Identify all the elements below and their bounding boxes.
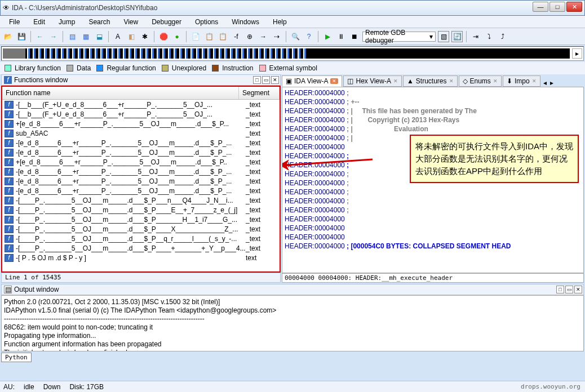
nav-overview[interactable]: ▸ — [1, 46, 584, 61]
table-header[interactable]: Function name Segment — [2, 87, 280, 100]
tab-impo[interactable]: ⬇Impo✕ — [503, 75, 540, 87]
circle-icon[interactable]: ● — [171, 31, 183, 42]
tool-icon[interactable]: 🔄 — [451, 31, 463, 42]
text-icon[interactable]: 📄 — [190, 31, 201, 42]
function-segment: _text — [246, 225, 280, 233]
debug-icon[interactable]: → — [258, 31, 269, 42]
ida-view[interactable]: 将未解密的可执行文件导入到IDA中，发现大部分函数是无法识别其名字的，更何况去识… — [282, 87, 584, 273]
function-row[interactable]: f-[e_d_8_____6___+r______P_._______5__OJ… — [2, 186, 280, 195]
panel-restore-icon[interactable]: ▭ — [565, 286, 573, 293]
stop-icon[interactable]: 🛑 — [158, 31, 169, 42]
tab-structures[interactable]: ▲Structures✕ — [403, 75, 458, 87]
close-icon[interactable]: ✕ — [493, 78, 498, 84]
panel-minimize-icon[interactable]: □ — [556, 286, 564, 293]
function-row[interactable]: fsub_A5AC_text — [2, 128, 280, 138]
tool-icon[interactable]: ▧ — [438, 31, 449, 42]
help-icon[interactable]: ? — [303, 31, 314, 42]
function-name: -[____P_._______5__OJ___m_____.d___$_P__… — [16, 206, 246, 214]
function-row[interactable]: f-[____P_._______5__OJ___m_____.d___$_P_… — [2, 215, 280, 224]
nav-arrow-icon[interactable]: ▸ — [572, 48, 582, 59]
tab-scroll-left[interactable]: ◂ — [542, 79, 548, 87]
tool-icon[interactable]: ✱ — [139, 31, 150, 42]
function-segment: _text — [246, 244, 280, 252]
disasm-line: HEADER:00004000 ; — [285, 206, 581, 215]
debug-icon[interactable]: ⇢ — [271, 31, 282, 42]
function-row[interactable]: f-[e_d_8_____6___+r______P_._______5__OJ… — [2, 138, 280, 148]
function-row[interactable]: f-[____P_._______5__OJ___m_____.d___$_P_… — [2, 243, 280, 253]
open-icon[interactable]: 📂 — [2, 31, 14, 42]
save-icon[interactable]: 💾 — [16, 31, 27, 42]
function-row[interactable]: f-[e_d_8_____6___+r______P_._______5__OJ… — [2, 176, 280, 186]
nav-fwd-icon[interactable]: → — [48, 31, 59, 42]
debug-icon[interactable]: ⊕ — [244, 31, 255, 42]
col-segment[interactable]: Segment — [239, 87, 280, 99]
panel-close-icon[interactable]: ✕ — [574, 286, 582, 293]
col-function-name[interactable]: Function name — [2, 87, 239, 99]
pause-icon[interactable]: ⏸ — [335, 31, 347, 42]
disasm-line: HEADER:00004000 ; [000054C0 BYTES: COLLA… — [285, 242, 581, 251]
text-icon[interactable]: 📋 — [203, 31, 215, 42]
debugger-select[interactable]: Remote GDB debugger▾ — [362, 32, 436, 42]
menu-jump[interactable]: Jump — [53, 17, 81, 27]
zoom-icon[interactable]: 🔍 — [290, 31, 301, 42]
function-segment: _text — [246, 187, 280, 195]
close-icon[interactable]: ✕ — [532, 78, 537, 84]
function-segment: _text — [246, 216, 280, 224]
menu-edit[interactable]: Edit — [28, 17, 51, 27]
step-icon[interactable]: ⤵ — [484, 31, 495, 42]
function-row[interactable]: f-[__b___(F_+U_e_d_8_____6___+r______P_.… — [2, 100, 280, 109]
close-icon[interactable]: ✕ — [330, 78, 338, 84]
function-icon: f — [5, 110, 14, 118]
minimize-button[interactable]: — — [533, 2, 548, 12]
nav-back-icon[interactable]: ← — [34, 31, 46, 42]
stop-icon[interactable]: ⏹ — [349, 31, 360, 42]
function-row[interactable]: f-[e_d_8_____6___+r______P_._______5__OJ… — [2, 167, 280, 176]
menu-file[interactable]: File — [3, 17, 25, 27]
run-icon[interactable]: ▶ — [322, 31, 333, 42]
maximize-button[interactable]: □ — [549, 2, 565, 12]
tool-icon[interactable]: A — [112, 31, 123, 42]
tab-ida-view-a[interactable]: ▣IDA View-A✕ — [282, 75, 342, 87]
disasm-line: HEADER:00004000 ; — [285, 197, 581, 206]
menu-help[interactable]: Help — [267, 17, 292, 27]
disasm-line: HEADER:00004000 ; | Copyright (c) 2013 H… — [285, 115, 581, 124]
tab-scroll-right[interactable]: ▸ — [548, 79, 555, 87]
function-row[interactable]: f-[e_d_8_____6___+r______P_._______5__OJ… — [2, 148, 280, 157]
function-row[interactable]: f-[ P . 5 OJ m .d $ P - y ]text — [2, 253, 280, 262]
menu-search[interactable]: Search — [83, 17, 116, 27]
step-icon[interactable]: ⇥ — [470, 31, 481, 42]
function-row[interactable]: f+[e_d_8_____6___+r______P_._______5__OJ… — [2, 119, 280, 128]
python-button[interactable]: Python — [1, 353, 32, 362]
function-name: -[e_d_8_____6___+r______P_._______5__OJ_… — [16, 187, 246, 195]
panel-close-icon[interactable]: ✕ — [271, 76, 279, 84]
view-tabs: ▣IDA View-A✕◫Hex View-A✕▲Structures✕◇Enu… — [282, 74, 584, 87]
tab-hex-view-a[interactable]: ◫Hex View-A✕ — [343, 75, 401, 87]
function-row[interactable]: f-[____P_._______5__OJ___m_____.d___$_P_… — [2, 205, 280, 215]
tab-enums[interactable]: ◇Enums✕ — [459, 75, 502, 87]
tool-icon[interactable]: ⬓ — [94, 31, 105, 42]
menu-view[interactable]: View — [118, 17, 144, 27]
function-row[interactable]: f-[__b___(F_+U_e_d_8_____6___+r______P_.… — [2, 109, 280, 119]
close-button[interactable]: ✕ — [566, 2, 582, 12]
output-content[interactable]: Python 2.0 (r20.00721, Oct 2 2000, 11.35… — [1, 295, 584, 351]
panel-minimize-icon[interactable]: □ — [253, 76, 261, 84]
function-segment: _text — [246, 120, 280, 128]
function-row[interactable]: f+[e_d_8_____6___+r______P_._______5__OJ… — [2, 157, 280, 167]
close-icon[interactable]: ✕ — [393, 78, 398, 84]
debug-icon[interactable]: -f — [231, 31, 242, 42]
menu-windows[interactable]: Windows — [226, 17, 265, 27]
menu-options[interactable]: Options — [189, 17, 224, 27]
text-icon[interactable]: 📋 — [217, 31, 228, 42]
function-row[interactable]: f-[____P_._______5__OJ___m_____.d___$_P_… — [2, 195, 280, 205]
function-row[interactable]: f-[____P_._______5__OJ___m_____.d___$_P_… — [2, 234, 280, 243]
function-icon: f — [5, 206, 14, 214]
menu-debugger[interactable]: Debugger — [146, 17, 187, 27]
tool-icon[interactable]: ▤ — [67, 31, 78, 42]
tool-icon[interactable]: ◧ — [126, 31, 137, 42]
function-icon: f — [5, 130, 14, 137]
function-row[interactable]: f-[____P_._______5__OJ___m_____.d___$_P_… — [2, 224, 280, 234]
close-icon[interactable]: ✕ — [449, 78, 454, 84]
step-icon[interactable]: ⤴ — [497, 31, 508, 42]
tool-icon[interactable]: ▦ — [80, 31, 91, 42]
panel-restore-icon[interactable]: ▭ — [262, 76, 270, 84]
